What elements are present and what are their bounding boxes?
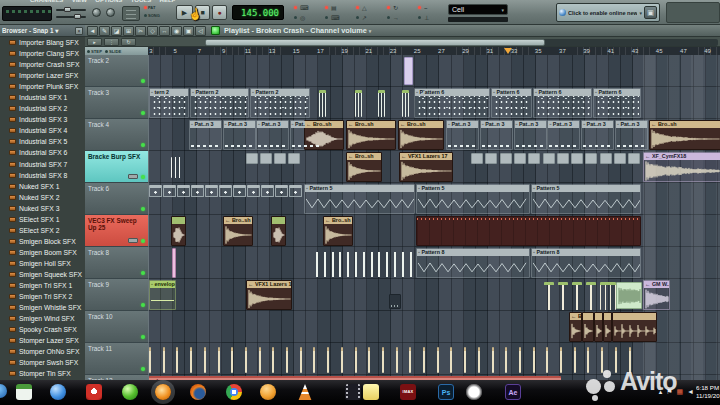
browser-item[interactable]: Smigen Wind SFX (0, 313, 85, 324)
track-mute-led[interactable] (141, 335, 145, 339)
playlist-clip[interactable] (505, 347, 507, 373)
playlist-clip[interactable]: ▫ Pat..n 3 (581, 120, 614, 150)
playlist-clip[interactable]: ▫ envelope (149, 280, 176, 310)
internet-globe-icon[interactable] (50, 384, 66, 400)
playlist-clip[interactable] (628, 153, 640, 164)
scrollbar-thumb[interactable] (205, 39, 545, 46)
taskbar-clock[interactable]: 6:18 PM 11/19/20 (696, 384, 720, 400)
playlist-clip[interactable] (191, 185, 204, 197)
toggle-button-8[interactable]: → (385, 13, 415, 22)
after-effects-icon[interactable]: Ae (505, 384, 521, 400)
track-mute-led[interactable] (141, 303, 145, 307)
playlist-clip[interactable]: ← Bro..sh (323, 216, 353, 246)
playlist-tab-0[interactable]: ▸ (87, 38, 102, 46)
playlist-clip[interactable] (352, 252, 360, 277)
playlist-clip[interactable] (259, 347, 261, 373)
playlist-clip[interactable] (587, 347, 589, 373)
playlist-tool-icon-0[interactable]: ◄ (87, 26, 98, 36)
browser-item[interactable]: Stomper OhNo SFX (0, 346, 85, 357)
browser-item[interactable]: Nuked SFX 1 (0, 181, 85, 192)
playlist-clip[interactable] (231, 347, 233, 373)
playlist-clip[interactable] (383, 252, 391, 277)
red-bird-icon[interactable] (86, 384, 102, 400)
toggle-button-0[interactable]: ⌨ (292, 3, 322, 12)
playlist-clip[interactable] (485, 153, 497, 164)
snap-panel[interactable]: STEP SLIDE (85, 47, 148, 55)
chevron-down-icon[interactable]: ▾ (639, 10, 642, 16)
browser-item[interactable]: Smigen Block SFX (0, 236, 85, 247)
playlist-clip[interactable] (341, 347, 343, 373)
browser-item[interactable]: Industrial SFX 5 (0, 136, 85, 147)
browser-item[interactable]: Importer Crash SFX (0, 59, 85, 70)
playlist-clip[interactable] (172, 248, 176, 278)
playlist-clip[interactable] (344, 252, 352, 277)
green-sphere-icon[interactable] (122, 384, 138, 400)
track-mute-led[interactable] (141, 207, 145, 211)
news-refresh-button[interactable]: ▣ (644, 6, 657, 19)
track-mute-led[interactable] (141, 367, 145, 371)
playlist-clip[interactable] (171, 216, 186, 246)
playlist-clip[interactable] (190, 347, 192, 373)
playlist-clip[interactable] (321, 252, 329, 277)
playlist-tab-1[interactable]: ⋮ (104, 38, 119, 46)
playlist-clip[interactable] (219, 185, 232, 197)
playlist-clip[interactable] (327, 347, 329, 373)
playlist-clip[interactable] (300, 347, 302, 373)
playlist-clip[interactable] (286, 347, 288, 373)
playlist-clip[interactable] (368, 347, 370, 373)
playlist-clip[interactable] (163, 347, 165, 373)
record-button[interactable]: ● (212, 5, 227, 20)
playlist-grid[interactable]: ▫ tern 2▫ Pattern 2▫ Pattern 2▫ P`attern… (148, 55, 720, 380)
track-mute-led[interactable] (141, 239, 145, 243)
pitch-knob[interactable] (106, 8, 115, 17)
browser-item[interactable]: Spooky Crash SFX (0, 324, 85, 335)
fl-studio-icon[interactable] (155, 384, 171, 400)
playlist-clip[interactable] (274, 153, 286, 164)
browser-item[interactable]: Importer Clang SFX (0, 48, 85, 59)
pat-song-switch[interactable]: PAT SONG (144, 4, 172, 21)
white-glow-icon[interactable] (466, 384, 482, 400)
playlist-clip[interactable]: ▫ Pattern 5 (416, 184, 530, 214)
playlist-clip[interactable] (149, 185, 162, 197)
playlist-clip[interactable]: ▫ tern 2 (149, 88, 189, 118)
orange-ball-icon[interactable] (260, 384, 276, 400)
firefox-icon[interactable] (190, 384, 206, 400)
playlist-clip[interactable] (574, 347, 576, 373)
playlist-clip[interactable] (163, 185, 176, 197)
playlist-clip[interactable] (543, 153, 555, 164)
playlist-clip[interactable]: ← Bro..sh (223, 216, 253, 246)
playlist-clip[interactable]: ← GM W..2 (643, 280, 670, 310)
playlist-clip[interactable] (615, 347, 617, 373)
playlist-clip[interactable] (329, 252, 337, 277)
playlist-clip[interactable]: ← B..h (569, 312, 582, 342)
playlist-clip[interactable] (601, 347, 603, 373)
playlist-title[interactable]: Playlist - Broken Crash - Channel volume… (224, 26, 371, 35)
tray-expand-icon[interactable]: ▴ (659, 387, 663, 397)
playlist-clip[interactable]: ▫ Pat..n 3 (256, 120, 289, 150)
playlist-clip[interactable]: ▫ Pat..n 3 (547, 120, 580, 150)
playlist-clip[interactable]: ▫ Pattern 2 (250, 88, 310, 118)
playlist-clip[interactable] (218, 347, 220, 373)
playlist-clip[interactable] (288, 153, 300, 164)
playlist-tool-icon-1[interactable]: ✎ (99, 26, 110, 36)
track-name-9[interactable]: Track 9 (85, 279, 148, 311)
start-orb-icon[interactable] (0, 384, 7, 398)
sticky-notes-icon[interactable] (363, 384, 379, 400)
news-panel[interactable]: Click to enable online news ▾ ▣ (556, 3, 660, 22)
playlist-clip[interactable]: ▫ Pat..n 3 (446, 120, 479, 150)
master-volume-sliders[interactable] (56, 7, 86, 20)
horizontal-scrollbar[interactable] (205, 39, 718, 46)
system-tray[interactable]: ▴ ⚑ ▦ ◄ (659, 387, 694, 397)
playlist-clip[interactable] (204, 347, 206, 373)
playlist-clip[interactable] (629, 347, 631, 373)
track-name-5[interactable]: Bracke Burp SFX (85, 151, 148, 183)
ical-icon[interactable] (16, 384, 32, 400)
playlist-clip[interactable] (391, 252, 399, 277)
playlist-clip[interactable]: ← Bro..sh (346, 152, 382, 182)
playlist-clip[interactable] (557, 153, 569, 164)
playlist-clip[interactable] (603, 312, 612, 342)
playlist-clip[interactable]: ← Bro..sh (346, 120, 396, 150)
playlist-clip[interactable] (616, 282, 642, 309)
browser-item[interactable]: Smigen Tri SFX 2 (0, 291, 85, 302)
playlist-clip[interactable]: ▫ Pattern 5 (304, 184, 415, 214)
